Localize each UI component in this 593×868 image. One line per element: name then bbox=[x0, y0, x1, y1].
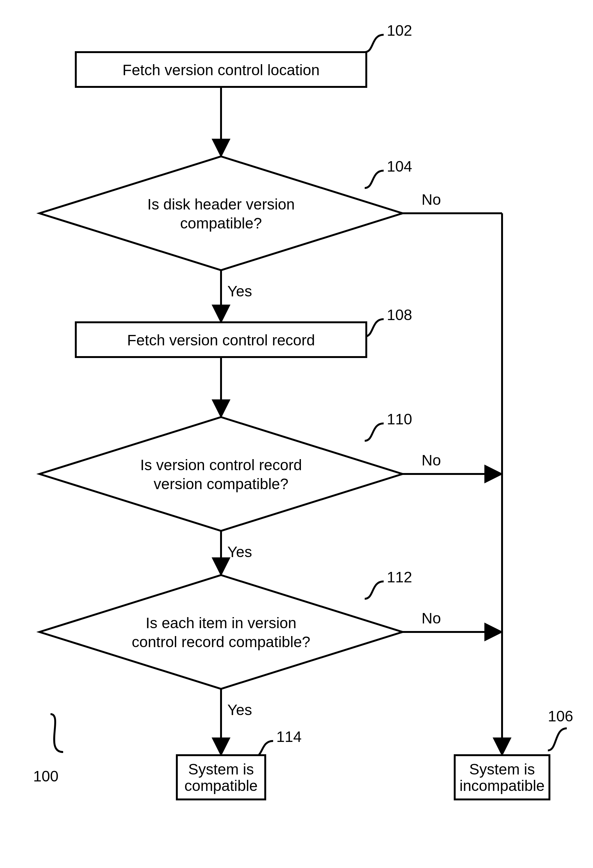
label-114: 114 bbox=[276, 728, 302, 745]
callout-110 bbox=[365, 424, 384, 441]
decision-record-version-text1: Is version control record bbox=[140, 456, 302, 473]
terminal-incompatible-text1: System is bbox=[469, 761, 535, 778]
decision-disk-header bbox=[40, 156, 403, 270]
decision-disk-header-text1: Is disk header version bbox=[147, 196, 295, 213]
callout-112 bbox=[365, 582, 384, 599]
edge-112-yes-label: Yes bbox=[227, 701, 252, 718]
decision-each-item bbox=[40, 575, 403, 689]
decision-each-item-text1: Is each item in version bbox=[146, 614, 296, 631]
process-fetch-version-record-text: Fetch version control record bbox=[127, 332, 315, 348]
terminal-incompatible-text2: incompatible bbox=[459, 777, 544, 794]
callout-100 bbox=[50, 714, 63, 752]
decision-record-version bbox=[40, 417, 403, 531]
callout-104 bbox=[365, 171, 384, 188]
decision-each-item-text2: control record compatible? bbox=[132, 633, 310, 650]
label-104: 104 bbox=[387, 158, 412, 175]
edge-112-no-label: No bbox=[422, 610, 441, 627]
flowchart-svg: 102 104 108 110 112 114 106 100 Fetch ve… bbox=[0, 0, 593, 868]
figure-label: 100 bbox=[33, 768, 59, 785]
decision-record-version-text2: version compatible? bbox=[154, 475, 288, 492]
decision-disk-header-text2: compatible? bbox=[180, 215, 262, 232]
edge-110-yes-label: Yes bbox=[227, 543, 252, 560]
terminal-compatible-text2: compatible bbox=[184, 777, 258, 794]
edge-110-no-label: No bbox=[422, 452, 441, 469]
label-108: 108 bbox=[387, 307, 412, 323]
label-106: 106 bbox=[548, 708, 573, 725]
callout-102 bbox=[365, 35, 384, 52]
label-110: 110 bbox=[387, 411, 412, 428]
callout-108 bbox=[365, 319, 384, 337]
terminal-compatible-text1: System is bbox=[188, 761, 254, 778]
label-112: 112 bbox=[387, 569, 412, 586]
process-fetch-version-location-text: Fetch version control location bbox=[122, 62, 319, 78]
edge-104-no-label: No bbox=[422, 191, 441, 208]
edge-104-yes-label: Yes bbox=[227, 283, 252, 300]
label-102: 102 bbox=[387, 22, 412, 39]
callout-106 bbox=[548, 728, 567, 750]
